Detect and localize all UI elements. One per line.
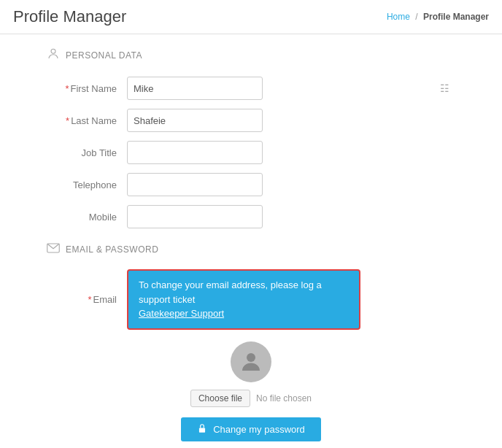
- lock-icon: [197, 423, 207, 436]
- mobile-row: Mobile: [47, 205, 455, 228]
- breadcrumb-current: Profile Manager: [423, 12, 489, 22]
- avatar: [231, 341, 271, 382]
- job-title-label: Job Title: [47, 147, 127, 158]
- page-header: Profile Manager Home / Profile Manager: [0, 0, 502, 34]
- job-title-input[interactable]: [127, 141, 263, 164]
- gatekeeper-support-link[interactable]: Gatekeeper Support: [139, 308, 224, 319]
- no-file-text: No file chosen: [256, 393, 312, 403]
- telephone-input-wrapper: [127, 173, 455, 196]
- email-password-label: EMAIL & PASSWORD: [66, 244, 158, 255]
- breadcrumb-separator: /: [415, 12, 417, 22]
- first-name-input-wrapper: ☷: [127, 77, 455, 100]
- job-title-input-wrapper: [127, 141, 455, 164]
- first-name-label: *First Name: [47, 83, 127, 94]
- mobile-input-wrapper: [127, 205, 455, 228]
- last-name-input-wrapper: [127, 109, 455, 132]
- email-label: *Email: [47, 294, 127, 305]
- personal-data-section-header: PERSONAL DATA: [47, 47, 455, 63]
- envelope-icon: [47, 243, 60, 256]
- mobile-label: Mobile: [47, 212, 127, 223]
- svg-point-2: [247, 353, 255, 362]
- svg-rect-3: [199, 428, 205, 432]
- change-password-row: Change my password: [47, 417, 455, 441]
- avatar-row: [47, 341, 455, 382]
- file-upload-row: Choose file No file chosen: [47, 390, 455, 407]
- last-name-input[interactable]: [127, 109, 263, 132]
- mobile-input[interactable]: [127, 205, 263, 228]
- breadcrumb: Home / Profile Manager: [387, 12, 489, 22]
- telephone-label: Telephone: [47, 179, 127, 190]
- svg-point-0: [51, 49, 55, 53]
- avatar-icon: [238, 349, 264, 375]
- change-password-label: Change my password: [213, 424, 305, 435]
- email-required: *: [88, 294, 91, 305]
- email-tooltip-message: To change your email address, please log…: [139, 279, 322, 305]
- form-container: PERSONAL DATA *First Name ☷ *Last Name: [47, 34, 455, 448]
- telephone-input[interactable]: [127, 173, 263, 196]
- page-title: Profile Manager: [13, 7, 126, 26]
- email-row: *Email To change your email address, ple…: [47, 269, 455, 330]
- last-name-row: *Last Name: [47, 109, 455, 132]
- breadcrumb-home[interactable]: Home: [387, 12, 410, 22]
- person-icon: [47, 47, 60, 63]
- choose-file-button[interactable]: Choose file: [190, 390, 250, 407]
- job-title-row: Job Title: [47, 141, 455, 164]
- first-name-input[interactable]: [127, 77, 263, 100]
- change-password-button[interactable]: Change my password: [181, 417, 321, 441]
- last-name-label: *Last Name: [47, 115, 127, 126]
- personal-data-label: PERSONAL DATA: [66, 50, 142, 61]
- email-tooltip: To change your email address, please log…: [127, 269, 360, 330]
- email-password-section-header: EMAIL & PASSWORD: [47, 243, 455, 256]
- first-name-row: *First Name ☷: [47, 77, 455, 100]
- page-wrapper: Profile Manager Home / Profile Manager P…: [0, 0, 502, 448]
- telephone-row: Telephone: [47, 173, 455, 196]
- calendar-icon: ☷: [440, 82, 449, 94]
- last-name-required: *: [66, 115, 69, 126]
- first-name-required: *: [65, 83, 69, 94]
